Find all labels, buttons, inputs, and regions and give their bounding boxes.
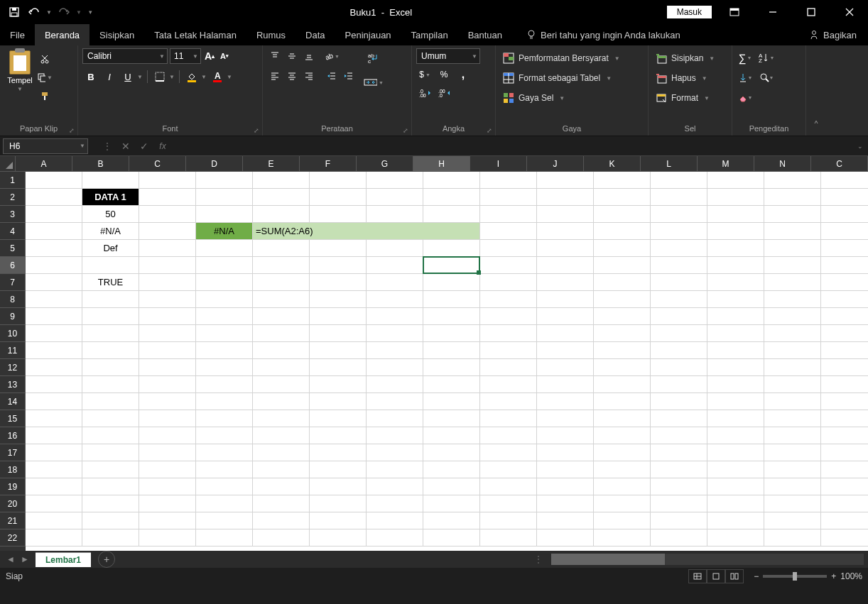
cell[interactable]: [26, 206, 82, 223]
cell-E4[interactable]: =SUM(A2:A6): [253, 223, 480, 240]
column-header-F[interactable]: F: [300, 156, 357, 172]
cell[interactable]: [196, 342, 253, 359]
cell[interactable]: [651, 206, 707, 223]
cell[interactable]: [310, 529, 367, 547]
cell[interactable]: [310, 308, 367, 325]
sheet-split-icon[interactable]: ⋮: [534, 554, 543, 564]
column-header-C[interactable]: C: [811, 156, 868, 172]
alignment-dialog-icon[interactable]: ⤢: [403, 127, 408, 134]
expand-formula-bar-icon[interactable]: ⌄: [852, 143, 868, 150]
cell[interactable]: [139, 512, 196, 529]
cell[interactable]: [253, 461, 310, 478]
increase-indent-icon[interactable]: [341, 68, 357, 84]
column-header-L[interactable]: L: [641, 156, 698, 172]
cell[interactable]: [196, 444, 253, 461]
cell[interactable]: [26, 512, 82, 529]
cell[interactable]: [480, 206, 537, 223]
cell[interactable]: [594, 529, 651, 547]
row-header-15[interactable]: 15: [0, 410, 26, 427]
row-header-4[interactable]: 4: [0, 223, 26, 240]
copy-icon[interactable]: ▼: [37, 70, 53, 85]
cell[interactable]: [26, 308, 82, 325]
cell[interactable]: [196, 325, 253, 342]
cell[interactable]: [764, 172, 821, 189]
maximize-icon[interactable]: [796, 0, 827, 24]
cell[interactable]: [310, 240, 367, 257]
cell[interactable]: [253, 172, 310, 189]
decrease-indent-icon[interactable]: [324, 68, 340, 84]
cell[interactable]: [537, 342, 594, 359]
cell[interactable]: [594, 359, 651, 376]
tab-data[interactable]: Data: [295, 24, 335, 45]
decrease-font-icon[interactable]: A▾: [218, 48, 231, 64]
cell[interactable]: [594, 376, 651, 393]
row-header-12[interactable]: 12: [0, 359, 26, 376]
row-header-21[interactable]: 21: [0, 512, 26, 529]
orientation-icon[interactable]: ab▼: [324, 48, 340, 64]
cell[interactable]: [537, 512, 594, 529]
tab-formulas[interactable]: Rumus: [246, 24, 295, 45]
cell[interactable]: [139, 189, 196, 206]
cell[interactable]: [196, 512, 253, 529]
zoom-out-icon[interactable]: −: [754, 571, 759, 581]
cell[interactable]: [594, 325, 651, 342]
font-color-dropdown-icon[interactable]: ▼: [226, 74, 233, 80]
cell[interactable]: [821, 393, 868, 410]
align-bottom-icon[interactable]: [301, 48, 317, 64]
cell[interactable]: [253, 240, 310, 257]
cell[interactable]: [707, 308, 764, 325]
selected-cell[interactable]: [423, 256, 480, 274]
cell[interactable]: [423, 291, 480, 308]
cell[interactable]: [82, 376, 139, 393]
cell[interactable]: [480, 172, 537, 189]
row-header-16[interactable]: 16: [0, 427, 26, 444]
cell[interactable]: [310, 342, 367, 359]
enter-icon[interactable]: ✓: [136, 138, 152, 154]
cell[interactable]: [537, 427, 594, 444]
cell[interactable]: [537, 359, 594, 376]
cell[interactable]: [764, 240, 821, 257]
cell[interactable]: [764, 257, 821, 274]
sheet-nav-prev-icon[interactable]: ◄: [4, 554, 17, 564]
cell[interactable]: [367, 393, 423, 410]
number-format-select[interactable]: Umum▼: [416, 48, 480, 64]
cell[interactable]: [196, 393, 253, 410]
formula-input[interactable]: [170, 138, 852, 154]
cell[interactable]: [821, 206, 868, 223]
cell[interactable]: [764, 427, 821, 444]
cell[interactable]: [139, 359, 196, 376]
tab-insert[interactable]: Sisipkan: [89, 24, 144, 45]
cell[interactable]: [26, 393, 82, 410]
tab-help[interactable]: Bantuan: [458, 24, 512, 45]
cell[interactable]: [480, 393, 537, 410]
cell[interactable]: [253, 512, 310, 529]
cell[interactable]: [594, 427, 651, 444]
column-header-A[interactable]: A: [16, 156, 72, 172]
insert-function-icon[interactable]: fx: [155, 138, 170, 154]
cell[interactable]: [423, 529, 480, 547]
cell[interactable]: [764, 393, 821, 410]
align-center-icon[interactable]: [284, 68, 300, 84]
cell-B5[interactable]: Def: [82, 240, 139, 257]
cell[interactable]: [764, 291, 821, 308]
cell[interactable]: [367, 274, 423, 291]
cell[interactable]: [821, 359, 868, 376]
cell[interactable]: [821, 427, 868, 444]
cell[interactable]: [651, 359, 707, 376]
cell[interactable]: [707, 495, 764, 512]
cell[interactable]: [310, 189, 367, 206]
tab-home[interactable]: Beranda: [35, 24, 89, 45]
cell[interactable]: [594, 206, 651, 223]
sort-filter-icon[interactable]: AZ▼: [758, 50, 775, 65]
cell[interactable]: [139, 240, 196, 257]
cell[interactable]: [594, 512, 651, 529]
align-right-icon[interactable]: [301, 68, 317, 84]
qat-customize-icon[interactable]: ▾: [85, 4, 95, 21]
font-color-icon[interactable]: A: [209, 68, 226, 85]
view-page-layout-icon[interactable]: [707, 569, 725, 583]
find-select-icon[interactable]: ▼: [758, 70, 775, 85]
cell[interactable]: [480, 359, 537, 376]
cell[interactable]: [821, 495, 868, 512]
cell[interactable]: [367, 512, 423, 529]
percent-format-icon[interactable]: %: [435, 67, 452, 82]
